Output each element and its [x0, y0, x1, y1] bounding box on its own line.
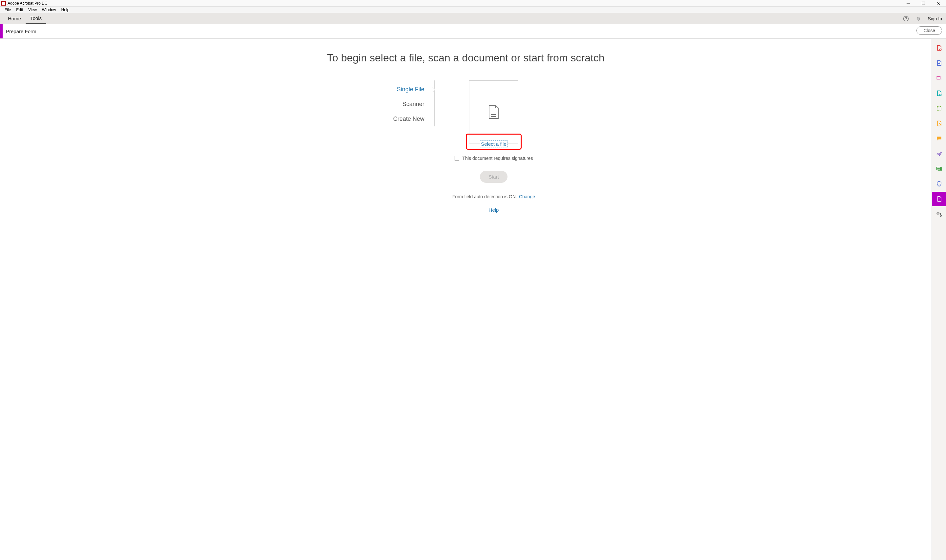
tab-create-new[interactable]: Create New [392, 112, 434, 126]
minimize-button[interactable] [901, 0, 916, 6]
send-tracking-icon[interactable] [932, 162, 946, 176]
close-tool-button[interactable]: Close [917, 26, 942, 35]
nav-tools[interactable]: Tools [26, 13, 46, 24]
work-area: Single File Scanner Create New [392, 80, 540, 213]
export-pdf-icon[interactable] [932, 56, 946, 70]
help-icon[interactable] [903, 15, 909, 22]
start-button[interactable]: Start [480, 171, 507, 183]
maximize-button[interactable] [916, 0, 931, 6]
app-logo-icon [1, 1, 6, 6]
help-link[interactable]: Help [489, 207, 499, 213]
edit-pdf-icon[interactable] [932, 71, 946, 85]
svg-point-19 [939, 168, 940, 169]
menubar: File Edit View Window Help [0, 6, 946, 13]
right-tool-sidebar [932, 39, 946, 560]
combine-files-icon[interactable] [932, 86, 946, 100]
auto-detect-text: Form field auto detection is ON. [452, 194, 517, 199]
create-pdf-icon[interactable] [932, 41, 946, 55]
svg-rect-1 [922, 2, 925, 5]
menu-view[interactable]: View [26, 7, 39, 13]
menu-edit[interactable]: Edit [14, 7, 26, 13]
source-tabs: Single File Scanner Create New [392, 80, 434, 126]
navbar-right: Sign In [903, 13, 942, 24]
protect-icon[interactable] [932, 177, 946, 191]
menu-help[interactable]: Help [59, 7, 72, 13]
auto-detect-row: Form field auto detection is ON. Change [452, 194, 535, 199]
document-icon [487, 104, 500, 120]
signature-checkbox-label: This document requires signatures [462, 155, 533, 161]
close-window-button[interactable] [931, 0, 946, 6]
nav-home[interactable]: Home [3, 13, 26, 24]
fill-sign-icon[interactable] [932, 146, 946, 161]
svg-point-17 [937, 168, 938, 169]
sign-in-link[interactable]: Sign In [928, 16, 942, 22]
signature-checkbox-row: This document requires signatures [455, 155, 533, 161]
redact-icon[interactable] [932, 116, 946, 131]
notifications-icon[interactable] [915, 15, 922, 22]
svg-rect-15 [937, 106, 941, 110]
center-column: Select a file This document requires sig… [448, 80, 540, 213]
tool-title: Prepare Form [6, 29, 37, 34]
select-file-highlight: Select a file [466, 134, 522, 150]
menu-window[interactable]: Window [39, 7, 59, 13]
navbar: Home Tools Sign In [0, 13, 946, 24]
comment-icon[interactable] [932, 131, 946, 146]
tab-single-file[interactable]: Single File [392, 82, 434, 97]
svg-rect-10 [937, 77, 940, 79]
menu-file[interactable]: File [2, 7, 14, 13]
app-title: Adobe Acrobat Pro DC [8, 1, 47, 6]
window-controls [901, 0, 946, 6]
svg-point-18 [938, 168, 939, 169]
main-heading: To begin select a file, scan a document … [327, 52, 605, 64]
tool-accent-bar [0, 24, 3, 38]
select-file-link[interactable]: Select a file [480, 140, 507, 148]
tab-scanner[interactable]: Scanner [392, 97, 434, 112]
more-tools-icon[interactable] [932, 207, 946, 221]
main-area: To begin select a file, scan a document … [0, 39, 932, 560]
tool-header: Prepare Form Close [0, 24, 946, 39]
signature-checkbox[interactable] [455, 156, 459, 160]
main-content: To begin select a file, scan a document … [0, 39, 932, 560]
prepare-form-icon[interactable] [932, 192, 946, 206]
titlebar: Adobe Acrobat Pro DC [0, 0, 946, 6]
change-link[interactable]: Change [519, 194, 535, 199]
svg-point-6 [918, 20, 919, 21]
organize-pages-icon[interactable] [932, 101, 946, 115]
svg-point-5 [906, 20, 906, 20]
